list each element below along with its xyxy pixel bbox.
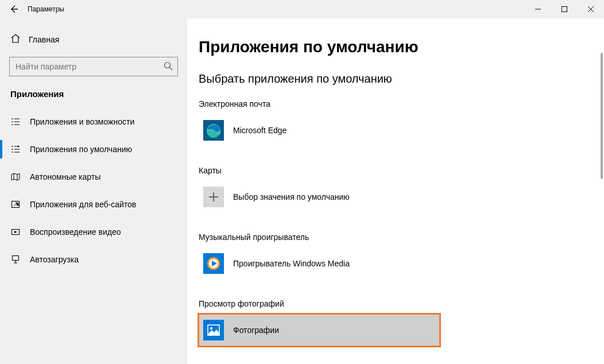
nav-offline-maps[interactable]: Автономные карты (0, 163, 187, 191)
nav-default-apps[interactable]: Приложения по умолчанию (0, 135, 187, 163)
scrollbar[interactable] (601, 53, 603, 179)
sidebar-section-title: Приложения (0, 76, 187, 108)
nav-startup[interactable]: Автозагрузка (0, 246, 187, 273)
group-label: Электронная почта (199, 99, 593, 109)
nav-apps-for-websites[interactable]: Приложения для веб-сайтов (0, 191, 187, 218)
default-app-photos[interactable]: Фотографии (199, 314, 440, 346)
nav-label: Воспроизведение видео (30, 227, 121, 237)
nav-label: Автономные карты (30, 172, 100, 181)
apps-for-websites-icon (10, 200, 21, 209)
defaults-icon (10, 145, 21, 154)
group-photos: Просмотр фотографий Фотографии (199, 299, 593, 346)
window-title: Параметры (28, 5, 64, 13)
app-label: Microsoft Edge (233, 126, 286, 135)
group-label: Карты (199, 166, 593, 175)
plus-icon (203, 187, 224, 207)
maximize-icon (562, 6, 567, 12)
default-app-music[interactable]: Проигрыватель Windows Media (199, 247, 440, 280)
nav-label: Приложения и возможности (30, 117, 134, 126)
default-app-email[interactable]: Microsoft Edge (199, 114, 440, 146)
search-input[interactable] (16, 62, 164, 71)
svg-point-2 (18, 146, 19, 147)
svg-point-11 (210, 327, 212, 330)
home-icon (10, 33, 21, 45)
window-controls (525, 0, 604, 18)
page-heading: Приложения по умолчанию (199, 38, 593, 56)
svg-point-1 (165, 62, 171, 68)
content-pane: Приложения по умолчанию Выбрать приложен… (187, 18, 604, 364)
app-label: Проигрыватель Windows Media (233, 259, 350, 268)
nav-label: Приложения для веб-сайтов (30, 200, 136, 209)
back-button[interactable] (0, 0, 28, 18)
startup-icon (10, 255, 21, 264)
nav-video-playback[interactable]: Воспроизведение видео (0, 218, 187, 246)
group-email: Электронная почта Microsoft Edge (199, 99, 593, 146)
search-icon (164, 61, 173, 72)
group-label: Музыкальный проигрыватель (199, 233, 593, 242)
wmp-icon (203, 253, 224, 274)
titlebar: Параметры (0, 0, 604, 18)
apps-icon (10, 117, 21, 126)
nav-label: Приложения по умолчанию (30, 145, 132, 154)
video-playback-icon (10, 227, 21, 237)
sidebar-nav: Приложения и возможности Приложения по у… (0, 108, 187, 273)
home-link[interactable]: Главная (0, 30, 187, 49)
arrow-left-icon (9, 5, 18, 14)
minimize-icon (535, 6, 541, 12)
close-button[interactable] (578, 0, 604, 18)
minimize-button[interactable] (525, 0, 551, 18)
edge-icon (203, 120, 224, 141)
close-icon (588, 6, 594, 12)
photos-icon (203, 320, 224, 340)
app-label: Фотографии (233, 326, 279, 335)
offline-maps-icon (10, 172, 21, 181)
group-label: Просмотр фотографий (199, 299, 593, 308)
svg-rect-5 (13, 256, 19, 261)
search-box[interactable] (9, 57, 178, 76)
group-music: Музыкальный проигрыватель Проигрыватель … (199, 233, 593, 280)
home-label: Главная (29, 35, 59, 44)
default-app-maps[interactable]: Выбор значения по умолчанию (199, 181, 440, 213)
maximize-button[interactable] (551, 0, 578, 18)
svg-rect-0 (562, 7, 567, 12)
sub-heading: Выбрать приложения по умолчанию (199, 72, 593, 86)
sidebar: Главная Приложения Приложения и возможно… (0, 18, 187, 364)
nav-label: Автозагрузка (30, 255, 79, 264)
nav-apps-features[interactable]: Приложения и возможности (0, 108, 187, 135)
app-label: Выбор значения по умолчанию (233, 192, 350, 202)
group-maps: Карты Выбор значения по умолчанию (199, 166, 593, 213)
